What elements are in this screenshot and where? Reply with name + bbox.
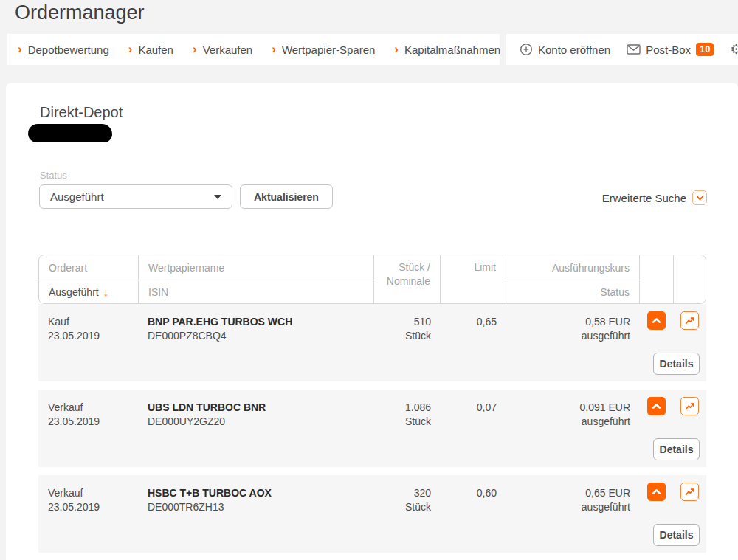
trending-chart-icon [684, 401, 695, 412]
collapse-button[interactable] [647, 311, 666, 330]
right-chevron-icon: › [18, 43, 22, 55]
order-type-date: Verkauf 23.05.2019 [38, 390, 138, 467]
header-ausfuehrungskurs: Ausführungskurs [506, 255, 640, 280]
price-status-cell: 0,65 EUR ausgeführt [506, 475, 639, 553]
header-icon-col-2 [674, 255, 707, 303]
header-sort-ausgefuehrt[interactable]: Ausgeführt ↓ [39, 280, 139, 303]
limit-cell: 0,65 [440, 304, 506, 381]
security-name-isin: UBS LDN TURBOC BNR DE000UY2GZ20 [138, 390, 373, 467]
header-limit: Limit [441, 255, 506, 303]
nav-item-verkaufen[interactable]: › Verkaufen [193, 44, 252, 56]
header-isin: ISIN [139, 280, 374, 303]
primary-nav: › Depotbewertung › Kaufen › Verkaufen › … [7, 34, 500, 65]
chart-button[interactable] [680, 397, 699, 415]
open-account-button[interactable]: Konto eröffnen [520, 43, 610, 56]
orders-table: Orderart Wertpapiername Stück /Nominale … [38, 255, 706, 553]
gear-icon: ⚙ [730, 43, 738, 56]
status-filter-label: Status [40, 170, 67, 181]
order-row: Verkauf 23.05.2019 UBS LDN TURBOC BNR DE… [38, 390, 706, 467]
page-title: Ordermanager [15, 1, 145, 24]
nav-item-wertpapier-sparen[interactable]: › Wertpapier-Sparen [272, 44, 375, 56]
price-status-cell: 0,091 EUR ausgeführt [506, 390, 639, 467]
chevron-up-icon [652, 317, 661, 324]
order-row: Kauf 23.05.2019 BNP PAR.EHG TURBOS WCH D… [38, 304, 706, 381]
details-button[interactable]: Details [653, 524, 700, 546]
postbox-button[interactable]: Post-Box 10 [627, 43, 714, 56]
service-button[interactable]: ⚙ Service [730, 43, 738, 56]
quantity-cell: 320 Stück [373, 475, 440, 553]
chart-button[interactable] [680, 483, 699, 501]
orders-table-header: Orderart Wertpapiername Stück /Nominale … [38, 255, 706, 304]
postbox-count-badge: 10 [696, 43, 714, 56]
right-chevron-icon: › [272, 43, 276, 55]
collapse-button[interactable] [647, 483, 666, 501]
chevron-up-icon [652, 488, 661, 495]
refresh-button[interactable]: Aktualisieren [240, 184, 333, 209]
right-chevron-icon: › [394, 43, 399, 55]
chart-button[interactable] [680, 311, 699, 330]
quantity-cell: 510 Stück [373, 304, 440, 381]
redacted-account-name [28, 124, 112, 142]
trending-chart-icon [684, 315, 695, 326]
secondary-nav: Konto eröffnen Post-Box 10 ⚙ Service [506, 34, 738, 65]
security-name-isin: HSBC T+B TURBOC AOX DE000TR6ZH13 [138, 475, 373, 553]
postbox-label: Post-Box [646, 44, 691, 56]
details-button[interactable]: Details [653, 438, 700, 460]
chevron-down-icon[interactable] [692, 190, 707, 205]
open-account-label: Konto eröffnen [538, 44, 610, 56]
status-select-value: Ausgeführt [50, 190, 104, 203]
order-row: Verkauf 23.05.2019 HSBC T+B TURBOC AOX D… [38, 475, 706, 553]
depot-title: Direkt-Depot [40, 104, 123, 121]
envelope-icon [627, 44, 641, 55]
limit-cell: 0,60 [440, 475, 506, 553]
details-button[interactable]: Details [653, 353, 700, 375]
advanced-search-toggle[interactable]: Erweiterte Suche [602, 190, 707, 205]
limit-cell: 0,07 [440, 390, 506, 467]
quantity-cell: 1.086 Stück [373, 390, 440, 467]
header-stueck-nominale: Stück /Nominale [374, 255, 441, 303]
price-status-cell: 0,58 EUR ausgeführt [506, 304, 639, 381]
sort-desc-icon: ↓ [103, 286, 109, 298]
advanced-search-label: Erweiterte Suche [602, 192, 686, 204]
nav-item-label: Kapitalmaßnahmen [404, 44, 500, 56]
nav-item-label: Wertpapier-Sparen [282, 44, 375, 56]
nav-item-label: Verkaufen [203, 44, 253, 56]
nav-item-label: Depotbewertung [28, 44, 109, 56]
nav-item-kapitalmassnahmen[interactable]: › Kapitalmaßnahmen [394, 44, 500, 56]
nav-item-kaufen[interactable]: › Kaufen [128, 44, 173, 56]
header-orderart: Orderart [39, 255, 139, 280]
nav-item-label: Kaufen [138, 44, 173, 56]
status-select[interactable]: Ausgeführt [39, 184, 232, 209]
header-status: Status [506, 280, 640, 303]
chevron-up-icon [652, 403, 661, 409]
right-chevron-icon: › [128, 43, 133, 55]
content-card: Direkt-Depot Status Ausgeführt Aktualisi… [6, 83, 738, 560]
order-type-date: Kauf 23.05.2019 [38, 304, 138, 381]
order-type-date: Verkauf 23.05.2019 [38, 475, 138, 553]
security-name-isin: BNP PAR.EHG TURBOS WCH DE000PZ8CBQ4 [138, 304, 373, 381]
header-icon-col-1 [640, 255, 674, 303]
nav-item-depotbewertung[interactable]: › Depotbewertung [18, 44, 109, 56]
plus-circle-icon [520, 43, 533, 56]
collapse-button[interactable] [647, 397, 666, 415]
trending-chart-icon [684, 486, 695, 497]
right-chevron-icon: › [193, 43, 197, 55]
header-wertpapiername: Wertpapiername [139, 255, 374, 280]
select-caret-icon [214, 195, 221, 199]
